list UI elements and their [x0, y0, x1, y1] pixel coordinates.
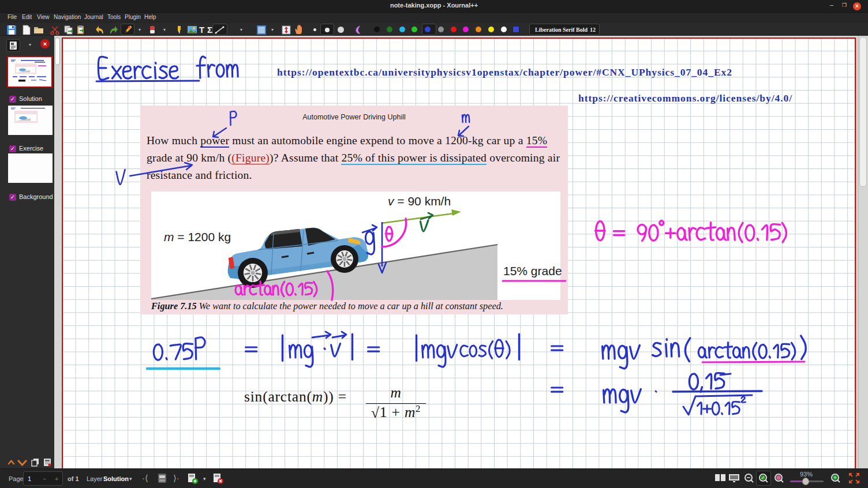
- svg-text:✓: ✓: [761, 475, 765, 481]
- svg-text:+: +: [833, 475, 836, 481]
